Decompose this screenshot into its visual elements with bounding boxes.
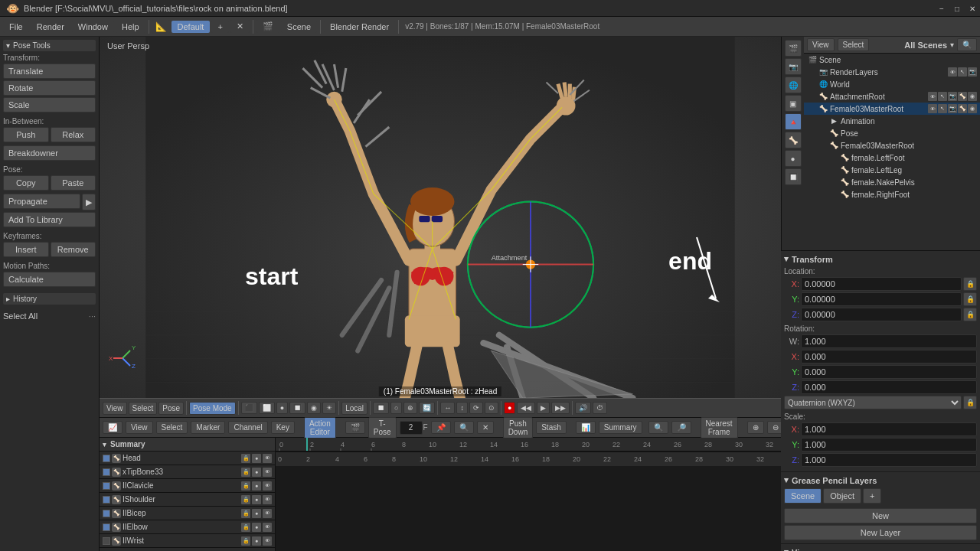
scene-select[interactable]: Scene — [281, 21, 317, 33]
track-bic-btn3[interactable]: 👁 — [263, 509, 272, 518]
f03-ren[interactable]: 📷 — [948, 104, 957, 113]
filter-btn[interactable]: 🔍 — [454, 421, 474, 434]
material-btn[interactable]: ◉ — [307, 402, 321, 414]
track-xtip-btn3[interactable]: 👁 — [263, 468, 272, 477]
track-btn1[interactable]: 🔒 — [241, 454, 250, 463]
z-loc-input[interactable] — [801, 308, 962, 321]
track-wri-btn2[interactable]: ● — [252, 536, 261, 546]
att-vis[interactable]: 👁 — [928, 92, 937, 101]
track-vis-wri[interactable] — [103, 537, 110, 545]
rl-sel[interactable]: ↖ — [958, 67, 967, 77]
nearest-frame-btn[interactable]: Nearest Frame — [701, 417, 738, 439]
mesh-display-btn[interactable]: ⬛ — [241, 402, 257, 414]
rl-vis[interactable]: 👁 — [948, 67, 957, 77]
world-icon[interactable]: 🌐 — [785, 77, 802, 93]
track-wrist[interactable]: 🦴 IIWrist 🔒 ● 👁 — [100, 534, 275, 548]
solid-btn[interactable]: ● — [276, 402, 288, 414]
new-pencil-btn[interactable]: New — [784, 508, 977, 523]
x-lock-btn[interactable]: 🔒 — [963, 277, 977, 291]
xform-btn1[interactable]: ↔ — [440, 402, 455, 414]
minimize-button[interactable]: − — [934, 0, 949, 17]
y-lock-btn[interactable]: 🔒 — [963, 292, 977, 306]
x-loc-input[interactable] — [801, 277, 962, 291]
summary-btn[interactable]: Summary — [599, 421, 642, 434]
xform-btn3[interactable]: ⟳ — [469, 402, 483, 414]
arm-icon[interactable]: 🦴 — [785, 132, 802, 148]
xform-btn2[interactable]: ↕ — [456, 402, 468, 414]
z-lock-btn[interactable]: 🔒 — [963, 308, 977, 321]
propagate-arrow[interactable]: ▶ — [82, 194, 96, 210]
close-button[interactable]: ✕ — [965, 0, 980, 17]
view-outliner-btn[interactable]: View — [807, 38, 835, 51]
search-outliner-btn[interactable]: 🔍 — [957, 38, 977, 51]
obj-icon[interactable]: ▣ — [785, 95, 802, 112]
view-ae-btn[interactable]: View — [126, 421, 153, 434]
pivot-btn[interactable]: ⊕ — [403, 402, 417, 414]
wireframe-btn[interactable]: ⬜ — [259, 402, 275, 414]
outliner-item-leftleg[interactable]: 🦴 female.LeftLeg — [804, 164, 980, 176]
track-clav-btn1[interactable]: 🔒 — [241, 481, 250, 491]
z-rot-input[interactable] — [801, 380, 977, 394]
render-engine-select[interactable]: Blender Render — [324, 21, 395, 33]
render-menu[interactable]: Render — [31, 21, 70, 33]
play-btn[interactable]: ▶ — [537, 402, 550, 414]
mat-icon[interactable]: ● — [785, 150, 802, 167]
history-header[interactable]: ▸History — [3, 293, 96, 305]
stash-btn[interactable]: Stash — [536, 421, 567, 434]
scene-pencil-btn[interactable]: Scene — [784, 488, 822, 504]
scale-button[interactable]: Scale — [3, 97, 96, 112]
track-wri-btn1[interactable]: 🔒 — [241, 536, 250, 546]
calculate-button[interactable]: Calculate — [3, 272, 96, 287]
track-sho-btn3[interactable]: 👁 — [263, 495, 272, 504]
ae-zoom1[interactable]: ⊕ — [747, 421, 764, 434]
channel-btn[interactable]: Channel — [228, 421, 267, 434]
track-sho-btn1[interactable]: 🔒 — [241, 495, 250, 504]
action-name-btn[interactable]: T-Pose — [368, 417, 397, 439]
zoom-out-btn[interactable]: 🔎 — [671, 421, 691, 434]
track-elb-btn2[interactable]: ● — [252, 523, 261, 532]
sync-btn[interactable]: ⏱ — [593, 402, 607, 414]
track-bic-btn2[interactable]: ● — [252, 509, 261, 518]
marker-btn[interactable]: Marker — [191, 421, 225, 434]
global-local-btn[interactable]: Local — [341, 402, 368, 415]
y-rot-input[interactable] — [801, 365, 977, 379]
track-vis-bic[interactable] — [103, 510, 110, 517]
timeline-tracks[interactable]: 0 2 4 6 8 10 12 — [276, 438, 781, 551]
select-menu-btn[interactable]: Select — [129, 402, 158, 415]
tex-icon[interactable]: 🔲 — [785, 168, 802, 185]
new-pencil-icon[interactable]: + — [863, 488, 881, 504]
action-editor-btn[interactable]: Action Editor — [304, 417, 336, 439]
layout-settings[interactable]: ✕ — [230, 20, 250, 33]
att-sel[interactable]: ↖ — [938, 92, 947, 101]
track-vis-xtip[interactable] — [103, 468, 110, 476]
y-loc-input[interactable] — [801, 292, 962, 306]
summary-track[interactable]: ▾ Summary — [100, 438, 275, 452]
track-clav-btn2[interactable]: ● — [252, 481, 261, 491]
w-rot-input[interactable] — [801, 334, 977, 348]
object-pencil-btn[interactable]: Object — [823, 488, 861, 504]
summary-toggle[interactable]: 📊 — [576, 421, 596, 434]
editor-type-btn[interactable]: 📐 — [152, 20, 170, 34]
track-elbow[interactable]: 🦴 IIElbow 🔒 ● 👁 — [100, 520, 275, 534]
quat-lock-btn[interactable]: 🔒 — [963, 396, 977, 409]
relax-button[interactable]: Relax — [51, 127, 96, 142]
push-down-btn[interactable]: Push Down — [503, 417, 534, 439]
push-button[interactable]: Push — [3, 127, 49, 142]
insert-button[interactable]: Insert — [3, 242, 49, 257]
pose-tools-header[interactable]: ▾Pose Tools — [3, 40, 96, 51]
track-shoulder[interactable]: 🦴 IShoulder 🔒 ● 👁 — [100, 493, 275, 507]
translate-button[interactable]: Translate — [3, 64, 96, 79]
outliner-item-anim[interactable]: ▶ Animation — [804, 115, 980, 127]
editor-type-btn2[interactable]: 📈 — [103, 421, 122, 434]
f03-sel[interactable]: ↖ — [938, 104, 947, 113]
new-layer-btn[interactable]: New Layer — [784, 525, 977, 540]
track-elb-btn1[interactable]: 🔒 — [241, 523, 250, 532]
view-menu-btn[interactable]: View — [103, 402, 127, 415]
att-ren[interactable]: 📷 — [948, 92, 957, 101]
track-bicep[interactable]: 🦴 IIBicep 🔒 ● 👁 — [100, 507, 275, 520]
track-xtip-btn2[interactable]: ● — [252, 468, 261, 477]
track-sho-btn2[interactable]: ● — [252, 495, 261, 504]
render-btn2[interactable]: ☀ — [322, 402, 336, 414]
track-wri-btn3[interactable]: 👁 — [263, 536, 272, 546]
frame-input[interactable] — [400, 421, 423, 435]
